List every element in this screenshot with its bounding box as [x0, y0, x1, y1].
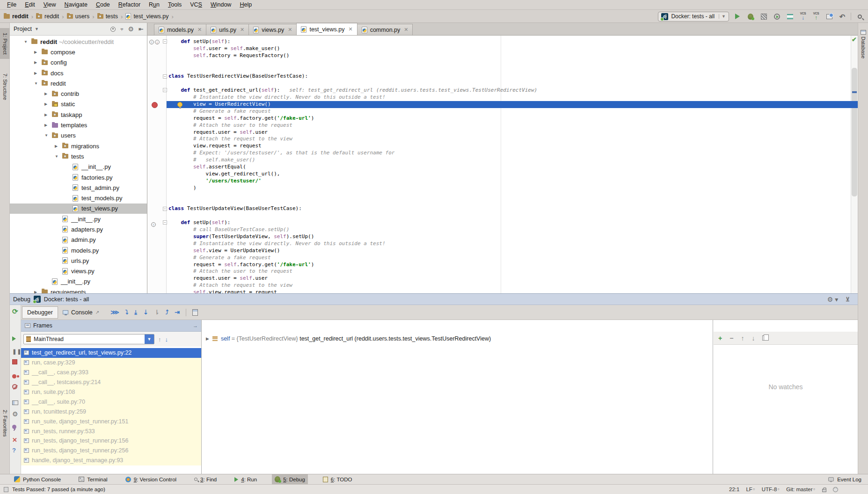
breadcrumb-item-users[interactable]: users	[67, 13, 90, 20]
tree-collapse-arrow[interactable]: ▼	[24, 40, 28, 44]
tab-urls-py[interactable]: urls.py✕	[206, 24, 249, 35]
code-line[interactable]	[147, 59, 858, 66]
variable-row[interactable]: ▶ self = {TestUserRedirectView} test_get…	[202, 335, 491, 342]
fold-toggle[interactable]: −	[163, 207, 167, 211]
debug-button[interactable]	[746, 12, 755, 21]
tool-button-favorites[interactable]: 2: Favorites	[0, 402, 10, 444]
code-line[interactable]: request.user = self.user	[147, 275, 858, 282]
next-frame-button[interactable]: ↓	[165, 336, 168, 343]
pause-button[interactable]: ❚❚	[12, 348, 22, 355]
step-into-my-code-button[interactable]: ⇣	[143, 309, 148, 315]
tree-expand-arrow[interactable]: ▶	[34, 290, 37, 293]
tree-item-reddit[interactable]: ▼reddit	[10, 78, 147, 88]
tab-test_views-py[interactable]: test_views.py✕	[296, 23, 357, 35]
tool-button-4-run[interactable]: 4: Run	[232, 474, 260, 485]
smart-step-into-button[interactable]: ⇂	[154, 309, 160, 315]
frame-row[interactable]: run_suite, django_test_runner.py:151	[21, 416, 201, 426]
vcs-update-button[interactable]: VCS↓	[798, 12, 808, 21]
code-line[interactable]: # Generate a fake request	[147, 254, 858, 262]
code-line[interactable]: # Instantiate the view directly. Never d…	[147, 240, 858, 247]
code-line[interactable]: self.view.request = request	[147, 289, 858, 293]
tree-item-admin-py[interactable]: admin.py	[10, 235, 147, 245]
coverage-button[interactable]	[759, 12, 768, 21]
tree-item-test_models-py[interactable]: test_models.py	[10, 193, 147, 203]
code-line-execution[interactable]: view = UserRedirectView()	[147, 101, 858, 108]
frame-row[interactable]: test_get_redirect_url, test_views.py:22	[21, 348, 201, 358]
code-line[interactable]: # Attach the request to the view	[147, 136, 858, 143]
breadcrumb-item-tests[interactable]: tests	[97, 13, 118, 20]
close-icon[interactable]: ✕	[404, 27, 408, 33]
restore-layout-button[interactable]	[12, 400, 18, 407]
code-line[interactable]	[147, 192, 858, 199]
tree-item-test_admin-py[interactable]: test_admin.py	[10, 182, 147, 193]
tool-button-9-version-control[interactable]: 9: Version Control	[123, 474, 179, 485]
run-configuration-select[interactable]: dj Docker: tests - all ▼	[658, 12, 729, 22]
code-line[interactable]: class TestUserRedirectView(BaseUserTestC…	[147, 73, 858, 80]
tree-item-factories-py[interactable]: factories.py	[10, 172, 147, 182]
step-over-button[interactable]: ⤵	[125, 309, 129, 315]
resume-button[interactable]	[12, 336, 16, 342]
tree-expand-arrow[interactable]: ▶	[44, 102, 47, 106]
tree-expand-arrow[interactable]: ▶	[44, 92, 47, 96]
code-line[interactable]: self.factory = RequestFactory()	[147, 52, 858, 59]
code-line[interactable]: # Attach the user to the request	[147, 122, 858, 129]
frame-row[interactable]: run_tests, django_test_runner.py:156	[21, 436, 201, 446]
menu-vcs[interactable]: VCS	[186, 0, 206, 9]
close-button[interactable]: ✕	[12, 437, 17, 443]
git-branch-widget[interactable]: Git: master÷	[786, 487, 815, 492]
overriding-method-icon[interactable]: ↑	[151, 221, 156, 227]
tree-expand-arrow[interactable]: ▶	[44, 113, 47, 117]
code-line[interactable]: request.user = self.user	[147, 129, 858, 136]
vcs-commit-button[interactable]: VCS↑	[811, 12, 821, 21]
tree-item-templates[interactable]: ▶templates	[10, 120, 147, 130]
code-line[interactable]: # Attach the request to the view	[147, 282, 858, 289]
tree-item-taskapp[interactable]: ▶taskapp	[10, 109, 147, 120]
menu-navigate[interactable]: Navigate	[60, 0, 92, 9]
line-ending-widget[interactable]: LF÷	[746, 487, 755, 492]
show-execution-point-button[interactable]: ⋙	[110, 309, 119, 315]
hector-inspections-icon[interactable]	[833, 487, 838, 492]
concurrency-diagram-button[interactable]	[785, 12, 795, 21]
move-watch-down-button[interactable]: ↓	[751, 335, 755, 341]
tool-button-5-debug[interactable]: 5: Debug	[272, 474, 308, 485]
menu-window[interactable]: Window	[206, 0, 235, 9]
close-icon[interactable]: ✕	[288, 27, 292, 33]
encoding-widget[interactable]: UTF-8÷	[762, 487, 780, 492]
tool-button-python-console[interactable]: Python Console	[11, 474, 64, 485]
close-icon[interactable]: ✕	[197, 27, 202, 33]
tree-collapse-arrow[interactable]: ▼	[34, 81, 38, 86]
tool-button-project[interactable]: 1: Project	[0, 28, 10, 59]
tree-item-test_views-py[interactable]: test_views.py	[10, 203, 147, 214]
frame-row[interactable]: run_tests, runner.py:533	[21, 426, 201, 436]
thread-select[interactable]: MainThread ▼	[23, 334, 154, 344]
duplicate-watch-button[interactable]	[762, 335, 766, 341]
tree-item-models-py[interactable]: models.py	[10, 245, 147, 255]
code-line[interactable]: self.assertEqual(	[147, 164, 858, 171]
tree-item-migrations[interactable]: ▶migrations	[10, 141, 147, 151]
fold-toggle[interactable]: −	[163, 74, 167, 79]
breadcrumb-item-reddit[interactable]: reddit	[4, 13, 29, 20]
frame-row[interactable]: run, case.py:329	[21, 358, 201, 368]
tree-item-static[interactable]: ▶static	[10, 99, 147, 109]
tree-item-docs[interactable]: ▶docs	[10, 68, 147, 78]
tab-debugger[interactable]: Debugger	[22, 306, 58, 319]
undo-button[interactable]: ↶	[838, 12, 847, 21]
fold-toggle[interactable]: −	[163, 220, 167, 225]
tree-item-users[interactable]: ▼users	[10, 131, 147, 141]
lock-icon[interactable]	[822, 489, 826, 492]
step-into-button[interactable]: ⤓	[134, 309, 137, 315]
code-line[interactable]: request = self.factory.get('/fake-url')	[147, 262, 858, 269]
tool-button-structure[interactable]: 7: Structure	[0, 65, 10, 108]
settings-gear-icon[interactable]: ⚙	[12, 411, 18, 418]
frame-row[interactable]: handle, django_test_manage.py:93	[21, 456, 201, 465]
code-line[interactable]: '/users/testuser/'	[147, 178, 858, 185]
code-line[interactable]: # Expect: '/users/testuser/', as that is…	[147, 150, 858, 157]
code-line[interactable]: # call BaseUserTestCase.setUp()	[147, 226, 858, 233]
code-line[interactable]: class TestUserUpdateView(BaseUserTestCas…	[147, 205, 858, 212]
tree-item-contrib[interactable]: ▶contrib	[10, 88, 147, 99]
locate-file-button[interactable]	[110, 27, 116, 32]
tree-item-urls-py[interactable]: urls.py	[10, 255, 147, 266]
code-line[interactable]: def setUp(self):	[147, 219, 858, 226]
gear-icon[interactable]: ⚙	[128, 26, 134, 32]
override-method-icons[interactable]: ↑↓	[149, 40, 160, 44]
